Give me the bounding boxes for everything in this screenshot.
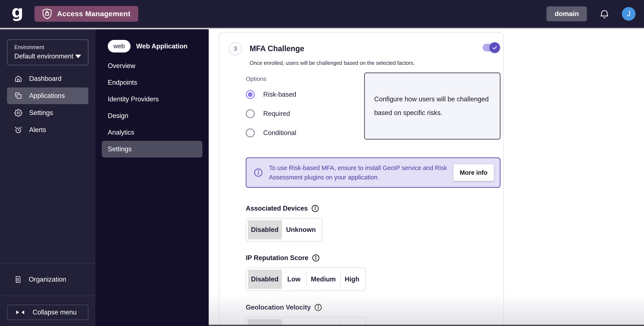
sidebar-item-alerts[interactable]: Alerts (7, 122, 88, 138)
radio-option-required[interactable]: Required (246, 109, 356, 118)
topbar: g Access Management domain J (0, 0, 644, 28)
gear-icon (14, 109, 22, 117)
app-nav-item-analytics[interactable]: Analytics (102, 124, 202, 141)
app-nav-item-endpoints[interactable]: Endpoints (102, 74, 202, 91)
sidebar-item-applications[interactable]: Applications (7, 87, 88, 104)
organization-label: Organization (29, 276, 66, 283)
factor-heading-geolocation-velocity: Geolocation Velocity (246, 303, 500, 311)
chevron-down-icon (75, 55, 81, 58)
environment-selector[interactable]: Environment Default environment (7, 40, 88, 65)
access-management-label: Access Management (57, 10, 130, 18)
sidebar-item-organization[interactable]: Organization (7, 269, 88, 290)
organization-icon (14, 275, 22, 283)
mfa-challenge-toggle[interactable] (482, 44, 499, 51)
segment-high[interactable]: High (340, 270, 364, 289)
ip-reputation-segmented-control: Disabled Low Medium High (246, 268, 366, 291)
application-title: Web Application (136, 43, 188, 50)
segment-disabled[interactable]: Disabled (248, 270, 282, 289)
segment-disabled[interactable]: Disabled (248, 220, 282, 239)
collapse-menu-label: Collapse menu (32, 308, 77, 316)
collapse-menu-button[interactable]: Collapse menu (7, 305, 88, 320)
home-icon (14, 75, 22, 83)
shield-lock-icon (42, 8, 52, 20)
radio-option-conditional[interactable]: Conditional (246, 128, 356, 137)
application-nav: web Web Application Overview Endpoints I… (96, 29, 209, 326)
applications-icon (14, 92, 22, 100)
risk-panel-text: Configure how users will be challenged b… (374, 92, 490, 120)
environment-label: Environment (14, 44, 81, 50)
app-nav-item-design[interactable]: Design (102, 107, 202, 124)
app-type-badge: web (108, 40, 130, 53)
main-sidebar: Environment Default environment Dashboar… (0, 29, 96, 326)
info-circle-icon[interactable] (312, 254, 320, 262)
radio-icon (246, 90, 255, 99)
app-nav-item-settings[interactable]: Settings (102, 141, 202, 157)
radio-option-risk-based[interactable]: Risk-based (246, 90, 356, 99)
info-circle-icon[interactable] (314, 303, 322, 311)
segment-low[interactable]: Low (282, 270, 306, 289)
check-icon (492, 44, 498, 51)
risk-description-panel: Configure how users will be challenged b… (364, 73, 500, 139)
factor-heading-associated-devices: Associated Devices (246, 204, 500, 213)
bottom-edge (209, 325, 644, 326)
info-circle-icon (254, 168, 263, 177)
mfa-mode-radio-group: Risk-based Required Conditional (246, 90, 356, 137)
app-nav-item-identity-providers[interactable]: Identity Providers (102, 91, 202, 107)
sidebar-nav: Dashboard Applications Settings Alerts (0, 70, 96, 138)
sidebar-item-label: Alerts (29, 126, 46, 134)
gravitee-logo[interactable]: g (12, 5, 24, 18)
avatar-initial: J (627, 10, 630, 18)
sidebar-divider (0, 263, 96, 263)
segment-medium[interactable]: Medium (306, 270, 340, 289)
sidebar-item-label: Applications (29, 92, 65, 100)
domain-button[interactable]: domain (546, 7, 587, 21)
step-number-badge: 3 (229, 42, 242, 55)
collapse-arrows-icon (16, 310, 24, 315)
factor-heading-ip-reputation: IP Reputation Score (246, 254, 500, 262)
sidebar-item-settings[interactable]: Settings (7, 105, 88, 121)
risk-based-info-alert: To use Risk-based MFA, ensure to install… (246, 157, 500, 188)
more-info-button[interactable]: More info (454, 164, 494, 181)
main-content: 3 MFA Challenge Once enrolled, users wil… (209, 29, 644, 326)
card-subtitle: Once enrolled, users will be challenged … (250, 60, 500, 66)
mfa-challenge-card: 3 MFA Challenge Once enrolled, users wil… (219, 32, 504, 326)
sidebar-item-label: Settings (29, 109, 53, 117)
notifications-bell-icon[interactable] (599, 9, 610, 19)
options-section: Options Risk-based Required Conditional (229, 76, 500, 148)
associated-devices-segmented-control: Disabled Unknown (246, 218, 322, 242)
sidebar-divider (0, 296, 96, 296)
user-avatar[interactable]: J (622, 7, 636, 21)
options-label: Options (246, 76, 356, 82)
radio-icon (246, 109, 255, 118)
topbar-right: domain J (546, 7, 636, 21)
alarm-clock-icon (14, 126, 22, 134)
application-nav-list: Overview Endpoints Identity Providers De… (102, 58, 202, 157)
sidebar-item-dashboard[interactable]: Dashboard (7, 70, 88, 87)
segment-unknown[interactable]: Unknown (282, 220, 320, 239)
alert-text: To use Risk-based MFA, ensure to install… (269, 163, 447, 182)
environment-value: Default environment (14, 53, 73, 60)
access-management-badge[interactable]: Access Management (34, 6, 138, 22)
app-nav-item-overview[interactable]: Overview (102, 58, 202, 74)
sidebar-item-label: Dashboard (29, 75, 62, 83)
application-header: web Web Application (102, 40, 202, 53)
page-title: MFA Challenge (250, 44, 304, 53)
card-header: 3 MFA Challenge (229, 42, 500, 55)
info-circle-icon[interactable] (311, 204, 319, 213)
radio-icon (246, 128, 255, 137)
